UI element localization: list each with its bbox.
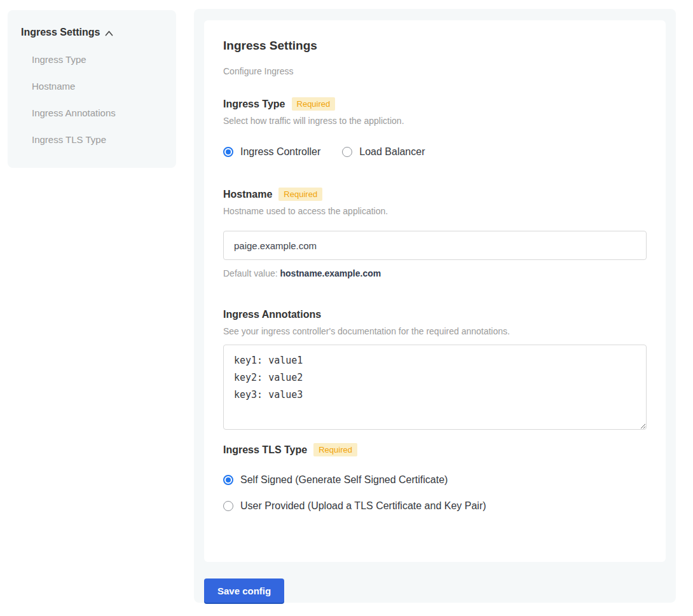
save-config-button[interactable]: Save config <box>204 578 284 603</box>
ingress-tls-type-radio-group: Self Signed (Generate Self Signed Certif… <box>223 474 647 512</box>
radio-option-self-signed[interactable]: Self Signed (Generate Self Signed Certif… <box>223 474 647 486</box>
radio-unselected-icon[interactable] <box>342 147 352 157</box>
config-panel: Ingress Settings Configure Ingress Ingre… <box>194 9 676 603</box>
field-label-ingress-tls-type: Ingress TLS Type <box>223 444 307 456</box>
group-ingress-tls-type-heading: Ingress TLS Type Required <box>223 443 647 456</box>
field-label-hostname: Hostname <box>223 188 272 201</box>
required-badge: Required <box>313 443 357 456</box>
group-ingress-type-heading: Ingress Type Required <box>223 97 647 111</box>
radio-label: Self Signed (Generate Self Signed Certif… <box>240 474 448 486</box>
config-page: Ingress Settings Ingress Type Hostname I… <box>0 0 693 616</box>
group-ingress-annotations: Ingress Annotations See your ingress con… <box>223 308 647 430</box>
group-ingress-type: Ingress Type Required Select how traffic… <box>223 97 647 158</box>
radio-label: Load Balancer <box>359 146 425 158</box>
sidebar-item-hostname[interactable]: Hostname <box>32 81 176 92</box>
field-label-ingress-type: Ingress Type <box>223 98 285 111</box>
group-hostname: Hostname Required Hostname used to acces… <box>223 188 647 279</box>
radio-selected-icon[interactable] <box>223 475 233 485</box>
default-value-prefix: Default value: <box>223 268 280 278</box>
group-hostname-heading: Hostname Required <box>223 188 647 201</box>
chevron-up-icon <box>105 31 113 36</box>
page-subtitle: Configure Ingress <box>223 66 647 77</box>
sidebar-group-ingress-settings[interactable]: Ingress Settings <box>21 27 176 38</box>
required-badge: Required <box>278 188 322 201</box>
field-label-ingress-annotations: Ingress Annotations <box>223 308 321 321</box>
page-title: Ingress Settings <box>223 38 647 53</box>
sidebar-item-ingress-annotations[interactable]: Ingress Annotations <box>32 107 176 118</box>
hostname-default-line: Default value: hostname.example.com <box>223 268 647 279</box>
radio-unselected-icon[interactable] <box>223 501 233 511</box>
sidebar-group-label: Ingress Settings <box>21 27 100 38</box>
sidebar-item-ingress-tls-type[interactable]: Ingress TLS Type <box>32 134 176 145</box>
radio-selected-icon[interactable] <box>223 147 233 157</box>
config-card: Ingress Settings Configure Ingress Ingre… <box>204 20 666 562</box>
required-badge: Required <box>292 97 336 111</box>
field-help-ingress-type: Select how traffic will ingress to the a… <box>223 116 647 127</box>
ingress-type-radio-group: Ingress Controller Load Balancer <box>223 146 647 158</box>
hostname-input[interactable] <box>223 231 647 260</box>
group-ingress-annotations-heading: Ingress Annotations <box>223 308 647 321</box>
group-ingress-tls-type: Ingress TLS Type Required Self Signed (G… <box>223 443 647 512</box>
config-nav-sidebar: Ingress Settings Ingress Type Hostname I… <box>8 10 176 168</box>
radio-label: User Provided (Upload a TLS Certificate … <box>240 500 486 512</box>
radio-option-ingress-controller[interactable]: Ingress Controller <box>223 146 320 158</box>
radio-option-user-provided[interactable]: User Provided (Upload a TLS Certificate … <box>223 500 647 512</box>
field-help-hostname: Hostname used to access the application. <box>223 206 647 217</box>
radio-option-load-balancer[interactable]: Load Balancer <box>342 146 425 158</box>
default-value-link[interactable]: hostname.example.com <box>280 268 381 278</box>
ingress-annotations-textarea[interactable]: key1: value1 key2: value2 key3: value3 <box>223 345 647 430</box>
sidebar-item-ingress-type[interactable]: Ingress Type <box>32 54 176 65</box>
field-help-ingress-annotations: See your ingress controller's documentat… <box>223 326 647 337</box>
radio-label: Ingress Controller <box>240 146 320 158</box>
